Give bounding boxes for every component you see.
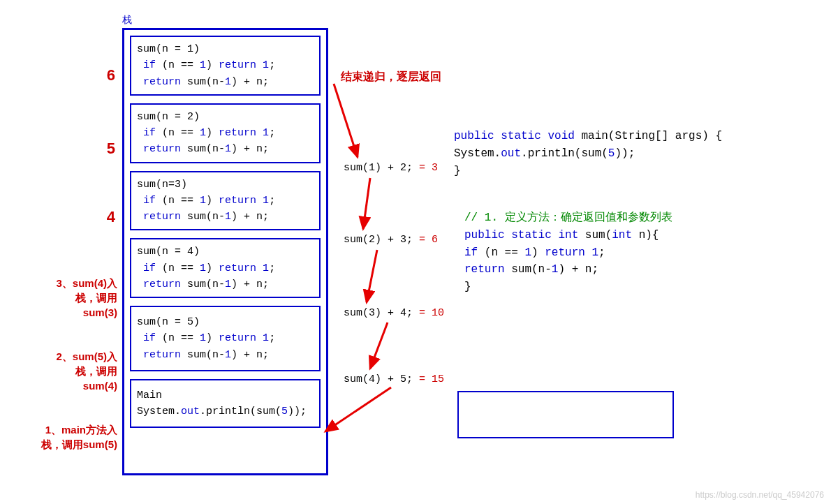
stack-title: 栈	[122, 14, 132, 27]
stack-frame-1-main: Main System.out.println(sum(5));	[130, 379, 321, 429]
step-1-label: 1、main方法入栈，调用sum(5)	[41, 422, 117, 452]
frame-header: sum(n = 2)	[137, 111, 200, 123]
step-3-label: 3、sum(4)入栈，调用sum(3)	[47, 276, 117, 320]
stack-frame-2: sum(n = 5) if (n == 1) return 1; return …	[130, 306, 321, 371]
top-annotation: 结束递归，逐层返回	[341, 70, 441, 84]
result-1: sum(1) + 2; = 3	[344, 162, 438, 174]
frame-header: sum(n = 1)	[137, 43, 200, 55]
empty-box	[457, 391, 674, 438]
frame-header: sum(n = 5)	[137, 316, 200, 328]
watermark: https://blog.csdn.net/qq_45942076	[696, 490, 824, 500]
frame-header: sum(n=3)	[137, 179, 187, 191]
stack-frame-6: sum(n = 1) if (n == 1) return 1; return …	[130, 36, 321, 96]
step-6-label: 6	[94, 66, 115, 84]
frame-header: sum(n = 4)	[137, 246, 200, 258]
svg-line-4	[325, 387, 391, 431]
step-5-label: 5	[94, 140, 115, 158]
code-main: public static void main(String[] args) {…	[454, 128, 722, 179]
svg-line-0	[334, 84, 358, 157]
svg-line-3	[370, 323, 388, 369]
stack-frame-5: sum(n = 2) if (n == 1) return 1; return …	[130, 103, 321, 163]
result-2: sum(2) + 3; = 6	[344, 234, 438, 246]
result-3: sum(3) + 4; = 10	[344, 307, 444, 319]
svg-line-1	[363, 178, 370, 229]
call-stack: sum(n = 1) if (n == 1) return 1; return …	[122, 28, 328, 475]
code-sum: // 1. 定义方法：确定返回值和参数列表 public static int …	[464, 209, 672, 296]
stack-frame-4: sum(n=3) if (n == 1) return 1; return su…	[130, 171, 321, 231]
stack-frame-3: sum(n = 4) if (n == 1) return 1; return …	[130, 238, 321, 298]
step-2-label: 2、sum(5)入栈，调用sum(4)	[47, 349, 117, 393]
svg-line-2	[367, 250, 377, 302]
frame-main-label: Main	[137, 390, 162, 401]
step-4-label: 4	[94, 208, 115, 226]
result-4: sum(4) + 5; = 15	[344, 373, 444, 385]
